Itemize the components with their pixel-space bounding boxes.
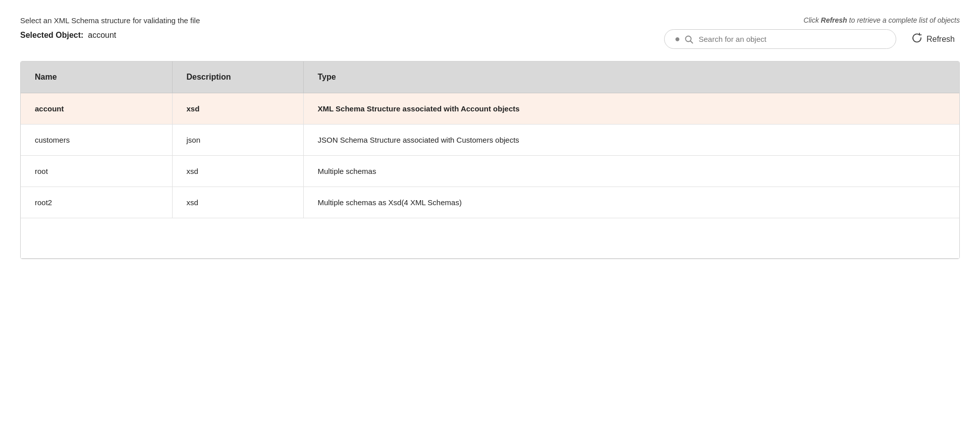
- cell-description: xsd: [172, 187, 303, 218]
- refresh-hint-prefix: Click: [803, 16, 821, 24]
- cell-type: XML Schema Structure associated with Acc…: [303, 93, 959, 125]
- selected-object: Selected Object: account: [20, 31, 200, 40]
- cell-name: root: [21, 156, 172, 187]
- table-row[interactable]: customersjsonJSON Schema Structure assoc…: [21, 125, 959, 156]
- top-right: Click Refresh to retrieve a complete lis…: [664, 16, 960, 49]
- cell-name: account: [21, 93, 172, 125]
- refresh-button-label: Refresh: [927, 35, 955, 44]
- top-left: Select an XML Schema structure for valid…: [20, 16, 200, 40]
- refresh-hint: Click Refresh to retrieve a complete lis…: [803, 16, 960, 24]
- table-wrapper: Name Description Type accountxsdXML Sche…: [20, 61, 960, 259]
- table-row[interactable]: accountxsdXML Schema Structure associate…: [21, 93, 959, 125]
- refresh-button[interactable]: Refresh: [906, 29, 960, 49]
- cell-name: customers: [21, 125, 172, 156]
- svg-line-1: [691, 41, 693, 43]
- table-header-row: Name Description Type: [21, 62, 959, 93]
- search-box[interactable]: ●: [664, 29, 896, 49]
- refresh-hint-suffix: to retrieve a complete list of objects: [847, 16, 960, 24]
- selected-label: Selected Object:: [20, 31, 83, 39]
- cell-description: xsd: [172, 156, 303, 187]
- top-bar: Select an XML Schema structure for valid…: [20, 16, 960, 49]
- search-refresh-row: ● Refresh: [664, 29, 960, 49]
- schema-table: Name Description Type accountxsdXML Sche…: [21, 62, 959, 259]
- cell-description: xsd: [172, 93, 303, 125]
- refresh-hint-bold: Refresh: [821, 16, 847, 24]
- cell-type: Multiple schemas as Xsd(4 XML Schemas): [303, 187, 959, 218]
- page-container: Select an XML Schema structure for valid…: [0, 0, 980, 275]
- col-header-type: Type: [303, 62, 959, 93]
- cell-description: json: [172, 125, 303, 156]
- search-input[interactable]: [698, 35, 886, 43]
- empty-row: [21, 218, 959, 259]
- col-header-description: Description: [172, 62, 303, 93]
- cell-name: root2: [21, 187, 172, 218]
- table-row[interactable]: rootxsdMultiple schemas: [21, 156, 959, 187]
- search-icon: ●: [675, 34, 693, 44]
- refresh-icon: [911, 32, 922, 46]
- cell-type: JSON Schema Structure associated with Cu…: [303, 125, 959, 156]
- empty-cell: [21, 218, 959, 259]
- selected-value: account: [88, 31, 116, 39]
- subtitle: Select an XML Schema structure for valid…: [20, 16, 200, 25]
- table-row[interactable]: root2xsdMultiple schemas as Xsd(4 XML Sc…: [21, 187, 959, 218]
- svg-point-0: [686, 36, 691, 42]
- cell-type: Multiple schemas: [303, 156, 959, 187]
- col-header-name: Name: [21, 62, 172, 93]
